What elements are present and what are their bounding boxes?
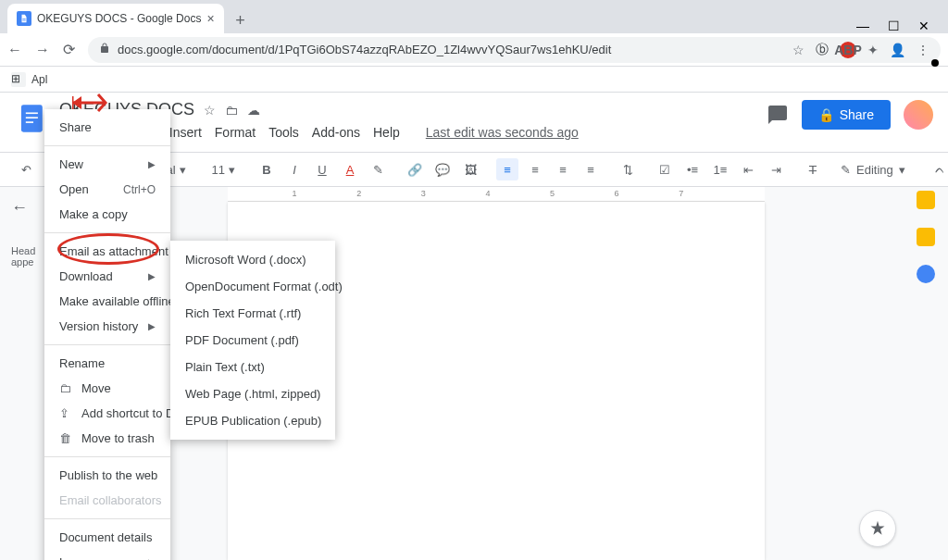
download-txt[interactable]: Plain Text (.txt)	[170, 354, 335, 380]
download-html[interactable]: Web Page (.html, zipped)	[170, 380, 335, 407]
profile-dot-icon[interactable]	[931, 59, 939, 67]
align-right-button[interactable]: ≡	[552, 158, 574, 180]
close-tab-icon[interactable]: ×	[206, 11, 214, 26]
svg-rect-3	[26, 121, 33, 123]
insert-comment-button[interactable]: 💬	[431, 158, 454, 180]
menu-insert[interactable]: Insert	[169, 125, 202, 140]
menu-download[interactable]: Download▶	[44, 264, 170, 289]
menu-move-trash[interactable]: 🗑Move to trash	[44, 426, 170, 451]
bulleted-list-button[interactable]: •≡	[681, 158, 704, 180]
menu-open[interactable]: OpenCtrl+O	[44, 177, 170, 202]
profile-icon[interactable]: 👤	[890, 43, 905, 57]
numbered-list-button[interactable]: 1≡	[709, 158, 731, 180]
folder-icon: 🗀	[59, 381, 74, 395]
address-bar[interactable]: docs.google.com/document/d/1PqTGi6ObS74a…	[88, 37, 941, 63]
align-center-button[interactable]: ≡	[524, 158, 546, 180]
trash-icon: 🗑	[59, 431, 74, 445]
menu-move[interactable]: 🗀Move	[44, 376, 170, 401]
menu-new[interactable]: New▶	[44, 152, 170, 177]
browser-toolbar: ← → ⟳ docs.google.com/document/d/1PqTGi6…	[0, 33, 948, 67]
menu-share[interactable]: Share	[44, 115, 170, 140]
svg-rect-1	[26, 112, 38, 114]
avatar[interactable]	[904, 100, 933, 130]
menu-publish[interactable]: Publish to the web	[44, 463, 170, 488]
download-epub[interactable]: EPUB Publication (.epub)	[170, 407, 335, 434]
insert-link-button[interactable]: 🔗	[404, 158, 426, 180]
align-left-button[interactable]: ≡	[496, 158, 518, 180]
menu-version-history[interactable]: Version history▶	[44, 314, 170, 339]
back-button[interactable]: ←	[7, 42, 22, 58]
hide-menus-button[interactable]: ᨈ	[929, 158, 948, 180]
share-label: Share	[840, 107, 874, 122]
new-tab-button[interactable]: +	[228, 7, 254, 33]
checklist-button[interactable]: ☑	[654, 158, 676, 180]
star-icon[interactable]: ☆	[792, 43, 805, 57]
star-document-icon[interactable]: ☆	[204, 103, 216, 118]
outline-label: Head appe	[11, 245, 33, 268]
menu-format[interactable]: Format	[215, 125, 256, 140]
file-menu-dropdown: Share New▶ OpenCtrl+O Make a copy Email …	[44, 109, 170, 560]
horizontal-ruler[interactable]: 1 2 3 4 5 6 7	[228, 187, 765, 202]
menu-collaborators: Email collaborators	[44, 488, 170, 513]
url-actions: ☆ ⓑ ABP ✦ 👤 ⋮	[792, 42, 929, 58]
text-color-button[interactable]: A	[339, 158, 361, 180]
bookmark-item[interactable]: Apl	[31, 73, 47, 86]
minimize-button[interactable]: —	[856, 19, 869, 33]
maximize-button[interactable]: ☐	[888, 19, 900, 33]
outline-toggle-button[interactable]: ←	[11, 198, 33, 218]
window-controls: — ☐ ✕	[856, 19, 941, 33]
adblock-icon[interactable]: ABP	[840, 42, 856, 58]
explore-fab[interactable]	[859, 510, 896, 547]
bold-button[interactable]: B	[256, 158, 278, 180]
docs-favicon-icon	[17, 11, 31, 26]
pencil-icon: ✎	[841, 163, 851, 177]
download-docx[interactable]: Microsoft Word (.docx)	[170, 246, 335, 273]
menu-addons[interactable]: Add-ons	[312, 125, 360, 140]
download-odt[interactable]: OpenDocument Format (.odt)	[170, 273, 335, 300]
align-justify-button[interactable]: ≡	[580, 158, 602, 180]
menu-offline[interactable]: Make available offline	[44, 289, 170, 314]
svg-rect-2	[26, 117, 38, 118]
lock-share-icon: 🔒	[818, 107, 834, 122]
url-text: docs.google.com/document/d/1PqTGi6ObS74a…	[118, 43, 611, 56]
undo-button[interactable]: ↶	[15, 158, 37, 180]
reload-button[interactable]: ⟳	[63, 41, 75, 58]
extension-puzzle-icon[interactable]: ✦	[867, 43, 879, 57]
tasks-icon[interactable]	[917, 265, 935, 283]
calendar-icon[interactable]	[917, 191, 935, 209]
italic-button[interactable]: I	[283, 158, 306, 180]
browser-tab[interactable]: OKEGUYS DOCS - Google Docs ×	[7, 4, 224, 33]
comments-icon[interactable]	[767, 104, 789, 126]
forward-button[interactable]: →	[35, 42, 50, 58]
download-pdf[interactable]: PDF Document (.pdf)	[170, 327, 335, 354]
menu-help[interactable]: Help	[373, 125, 400, 140]
lock-icon	[99, 43, 110, 56]
menu-details[interactable]: Document details	[44, 525, 170, 550]
outdent-button[interactable]: ⇤	[737, 158, 759, 180]
kebab-menu-icon[interactable]: ⋮	[917, 43, 929, 57]
menu-tools[interactable]: Tools	[268, 125, 299, 140]
download-rtf[interactable]: Rich Text Format (.rtf)	[170, 300, 335, 327]
move-document-icon[interactable]: 🗀	[225, 103, 238, 118]
bookmarks-bar: ⊞ Apl	[0, 67, 948, 93]
editing-mode-button[interactable]: ✎ Editing ▾	[830, 159, 917, 180]
highlight-button[interactable]: ✎	[367, 158, 389, 180]
last-edit-link[interactable]: Last edit was seconds ago	[426, 125, 579, 140]
menu-make-copy[interactable]: Make a copy	[44, 202, 170, 227]
menu-rename[interactable]: Rename	[44, 351, 170, 376]
keep-icon[interactable]	[917, 228, 935, 246]
insert-image-button[interactable]: 🖼	[459, 158, 481, 180]
clear-formatting-button[interactable]: T̶	[802, 158, 824, 180]
underline-button[interactable]: U	[311, 158, 333, 180]
indent-button[interactable]: ⇥	[765, 158, 787, 180]
menu-email-attachment[interactable]: Email as attachment	[44, 239, 170, 264]
menu-language[interactable]: Language▶	[44, 550, 170, 560]
menu-add-shortcut[interactable]: ⇪Add shortcut to Drive	[44, 401, 170, 426]
line-spacing-button[interactable]: ⇅	[617, 158, 639, 180]
font-size-select[interactable]: 11 ▾	[206, 163, 241, 177]
tab-title: OKEGUYS DOCS - Google Docs	[37, 12, 201, 25]
close-window-button[interactable]: ✕	[918, 19, 929, 33]
bluetooth-icon[interactable]: ⓑ	[816, 42, 829, 58]
share-button[interactable]: 🔒 Share	[802, 100, 891, 130]
apps-icon[interactable]: ⊞	[11, 72, 26, 87]
